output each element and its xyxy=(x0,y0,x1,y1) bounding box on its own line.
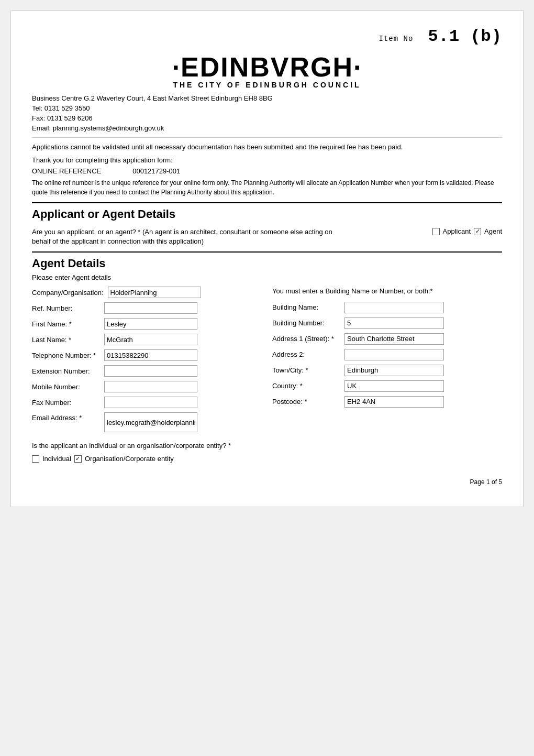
building-number-label: Building Number: xyxy=(272,319,340,327)
form-left-column: Company/Organisation: Ref. Number: First… xyxy=(32,287,267,436)
company-input[interactable] xyxy=(108,287,201,298)
contact-tel: Tel: 0131 529 3550 xyxy=(32,104,502,112)
individual-checkbox[interactable] xyxy=(32,455,39,463)
ref-input[interactable] xyxy=(104,302,197,314)
first-name-label: First Name: * xyxy=(32,320,100,328)
company-label: Company/Organisation: xyxy=(32,289,104,297)
building-name-label: Building Name: xyxy=(272,303,340,311)
telephone-label: Telephone Number: * xyxy=(32,352,100,359)
last-name-row: Last Name: * xyxy=(32,334,262,345)
contact-info: Business Centre G.2 Waverley Court, 4 Ea… xyxy=(32,94,502,132)
email-row: Email Address: * xyxy=(32,412,262,432)
divider-1 xyxy=(32,137,502,138)
country-label: Country: * xyxy=(272,382,340,390)
agent-details-heading: Agent Details xyxy=(32,257,502,270)
postcode-label: Postcode: * xyxy=(272,398,340,406)
address1-input[interactable] xyxy=(344,333,444,345)
online-ref-row: ONLINE REFERENCE 000121729-001 xyxy=(32,167,502,175)
company-row: Company/Organisation: xyxy=(32,287,262,298)
item-no-label: Item No xyxy=(379,35,414,43)
applicant-agent-heading: Applicant or Agent Details xyxy=(32,207,502,221)
form-right-column: You must enter a Building Name or Number… xyxy=(267,287,502,436)
organisation-label: Organisation/Corporate entity xyxy=(85,455,174,463)
postcode-row: Postcode: * xyxy=(272,396,497,408)
applicant-label: Applicant xyxy=(443,227,471,235)
building-note: You must enter a Building Name or Number… xyxy=(272,287,497,296)
telephone-row: Telephone Number: * xyxy=(32,349,262,361)
email-label: Email Address: * xyxy=(32,414,100,422)
logo-symbol: ·EDINBVRGH· xyxy=(172,51,362,83)
address2-label: Address 2: xyxy=(272,350,340,358)
town-label: Town/City: * xyxy=(272,366,340,374)
contact-address: Business Centre G.2 Waverley Court, 4 Ea… xyxy=(32,94,502,102)
page-container: Item No 5.1 (b) ·EDINBVRGH· THE CITY OF … xyxy=(10,10,524,507)
last-name-input[interactable] xyxy=(104,334,197,345)
agent-label: Agent xyxy=(484,227,502,235)
last-name-label: Last Name: * xyxy=(32,336,100,344)
building-number-input[interactable] xyxy=(344,317,444,329)
email-input[interactable] xyxy=(104,412,197,432)
agent-checkbox[interactable]: ✓ xyxy=(474,228,481,235)
country-input[interactable] xyxy=(344,380,444,392)
mobile-row: Mobile Number: xyxy=(32,381,262,392)
page-number-text: Page 1 of 5 xyxy=(470,478,502,486)
country-row: Country: * xyxy=(272,380,497,392)
first-name-row: First Name: * xyxy=(32,318,262,330)
fax-label: Fax Number: xyxy=(32,399,100,407)
contact-fax: Fax: 0131 529 6206 xyxy=(32,114,502,122)
extension-label: Extension Number: xyxy=(32,367,100,375)
contact-email: Email: planning.systems@edinburgh.gov.uk xyxy=(32,124,502,132)
address1-row: Address 1 (Street): * xyxy=(272,333,497,345)
thank-you-notice: Thank you for completing this applicatio… xyxy=(32,156,502,164)
address2-input[interactable] xyxy=(344,349,444,360)
item-no-value: 5.1 (b) xyxy=(428,27,502,46)
logo-area: ·EDINBVRGH· THE CITY OF EDINBURGH COUNCI… xyxy=(32,51,502,89)
individual-question: Is the applicant an individual or an org… xyxy=(32,442,502,450)
logo-text: ·EDINBVRGH· xyxy=(32,51,502,83)
item-no: Item No 5.1 (b) xyxy=(32,27,502,46)
logo-subtitle: THE CITY OF EDINBURGH COUNCIL xyxy=(32,81,502,89)
town-row: Town/City: * xyxy=(272,365,497,376)
address1-label: Address 1 (Street): * xyxy=(272,335,340,343)
applicant-checkbox[interactable] xyxy=(432,228,440,235)
organisation-checkbox[interactable]: ✓ xyxy=(74,455,82,463)
building-name-input[interactable] xyxy=(344,302,444,313)
telephone-input[interactable] xyxy=(104,349,197,361)
applicant-agent-question-row: Are you an applicant, or an agent? * (An… xyxy=(32,227,502,246)
ref-label: Ref. Number: xyxy=(32,304,100,312)
mobile-input[interactable] xyxy=(104,381,197,392)
building-number-row: Building Number: xyxy=(272,317,497,329)
applicant-agent-question-text: Are you an applicant, or an agent? * (An… xyxy=(32,227,346,246)
applicant-agent-section-header: Applicant or Agent Details xyxy=(32,202,502,223)
ref-row: Ref. Number: xyxy=(32,302,262,314)
page-number: Page 1 of 5 xyxy=(32,478,502,486)
online-ref-label: ONLINE REFERENCE xyxy=(32,167,101,175)
mobile-label: Mobile Number: xyxy=(32,383,100,391)
individual-label: Individual xyxy=(42,455,71,463)
fax-input[interactable] xyxy=(104,397,197,408)
validation-notice: Applications cannot be validated until a… xyxy=(32,143,502,151)
ref-note: The online ref number is the unique refe… xyxy=(32,178,502,197)
building-name-row: Building Name: xyxy=(272,302,497,313)
town-input[interactable] xyxy=(344,365,444,376)
extension-input[interactable] xyxy=(104,365,197,377)
form-grid: Company/Organisation: Ref. Number: First… xyxy=(32,287,502,436)
fax-row: Fax Number: xyxy=(32,397,262,408)
please-enter: Please enter Agent details xyxy=(32,273,502,281)
postcode-input[interactable] xyxy=(344,396,444,408)
individual-row: Individual ✓ Organisation/Corporate enti… xyxy=(32,455,502,463)
online-ref-value: 000121729-001 xyxy=(132,167,180,175)
extension-row: Extension Number: xyxy=(32,365,262,377)
applicant-agent-choice: Applicant ✓ Agent xyxy=(432,227,502,235)
agent-details-section: Agent Details Please enter Agent details… xyxy=(32,251,502,463)
first-name-input[interactable] xyxy=(104,318,197,330)
address2-row: Address 2: xyxy=(272,349,497,360)
